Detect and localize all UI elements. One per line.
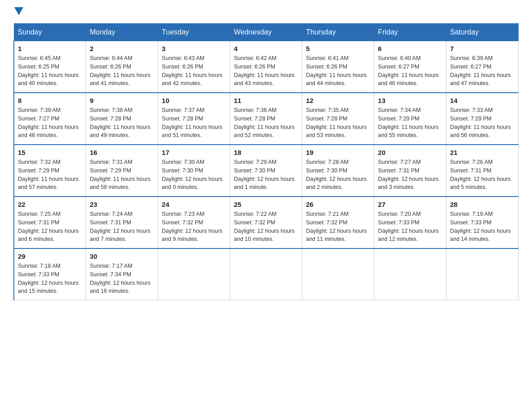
calendar-cell: [374, 248, 446, 300]
day-number: 18: [234, 149, 298, 156]
day-info: Sunrise: 7:26 AMSunset: 7:31 PMDaylight:…: [450, 158, 515, 192]
day-info: Sunrise: 7:20 AMSunset: 7:33 PMDaylight:…: [378, 210, 442, 244]
column-header-sunday: Sunday: [14, 24, 86, 41]
calendar-cell: 2Sunrise: 6:44 AMSunset: 6:26 PMDaylight…: [86, 41, 158, 93]
calendar-cell: [446, 248, 519, 300]
day-info: Sunrise: 6:39 AMSunset: 6:27 PMDaylight:…: [450, 54, 515, 88]
day-info: Sunrise: 7:29 AMSunset: 7:30 PMDaylight:…: [234, 158, 298, 192]
column-header-saturday: Saturday: [446, 24, 519, 41]
day-info: Sunrise: 7:21 AMSunset: 7:32 PMDaylight:…: [306, 210, 370, 244]
day-number: 19: [306, 149, 370, 156]
calendar-cell: [230, 248, 302, 300]
calendar-cell: 7Sunrise: 6:39 AMSunset: 6:27 PMDaylight…: [446, 41, 519, 93]
day-number: 3: [162, 45, 226, 52]
calendar-cell: 8Sunrise: 7:39 AMSunset: 7:27 PMDaylight…: [14, 93, 86, 145]
calendar-cell: [302, 248, 374, 300]
day-info: Sunrise: 6:43 AMSunset: 6:26 PMDaylight:…: [162, 54, 226, 88]
day-number: 29: [18, 253, 82, 260]
day-number: 17: [162, 149, 226, 156]
day-info: Sunrise: 6:45 AMSunset: 6:25 PMDaylight:…: [18, 54, 82, 88]
day-number: 22: [18, 201, 82, 208]
calendar-cell: 14Sunrise: 7:33 AMSunset: 7:29 PMDayligh…: [446, 93, 519, 145]
day-number: 11: [234, 97, 298, 104]
day-info: Sunrise: 6:40 AMSunset: 6:27 PMDaylight:…: [378, 54, 442, 88]
day-info: Sunrise: 6:41 AMSunset: 6:26 PMDaylight:…: [306, 54, 370, 88]
calendar-cell: 25Sunrise: 7:22 AMSunset: 7:32 PMDayligh…: [230, 197, 302, 248]
day-number: 12: [306, 97, 370, 104]
calendar-cell: 29Sunrise: 7:18 AMSunset: 7:33 PMDayligh…: [14, 248, 86, 300]
calendar-header-row: SundayMondayTuesdayWednesdayThursdayFrid…: [14, 24, 519, 41]
day-info: Sunrise: 7:23 AMSunset: 7:32 PMDaylight:…: [162, 210, 226, 244]
calendar-cell: 15Sunrise: 7:32 AMSunset: 7:29 PMDayligh…: [14, 145, 86, 197]
day-info: Sunrise: 7:25 AMSunset: 7:31 PMDaylight:…: [18, 210, 82, 244]
day-number: 4: [234, 45, 298, 52]
day-number: 24: [162, 201, 226, 208]
calendar-week-5: 29Sunrise: 7:18 AMSunset: 7:33 PMDayligh…: [14, 248, 519, 300]
day-info: Sunrise: 7:37 AMSunset: 7:28 PMDaylight:…: [162, 106, 226, 140]
column-header-tuesday: Tuesday: [158, 24, 230, 41]
day-info: Sunrise: 7:33 AMSunset: 7:29 PMDaylight:…: [450, 106, 515, 140]
day-info: Sunrise: 7:32 AMSunset: 7:29 PMDaylight:…: [18, 158, 82, 192]
calendar-week-2: 8Sunrise: 7:39 AMSunset: 7:27 PMDaylight…: [14, 93, 519, 145]
day-info: Sunrise: 6:44 AMSunset: 6:26 PMDaylight:…: [90, 54, 154, 88]
calendar-cell: 26Sunrise: 7:21 AMSunset: 7:32 PMDayligh…: [302, 197, 374, 248]
day-info: Sunrise: 7:17 AMSunset: 7:34 PMDaylight:…: [90, 262, 154, 295]
day-number: 25: [234, 201, 298, 208]
day-number: 9: [90, 97, 154, 104]
day-number: 30: [90, 253, 154, 260]
calendar-cell: 30Sunrise: 7:17 AMSunset: 7:34 PMDayligh…: [86, 248, 158, 300]
day-info: Sunrise: 7:34 AMSunset: 7:29 PMDaylight:…: [378, 106, 442, 140]
day-info: Sunrise: 7:36 AMSunset: 7:28 PMDaylight:…: [234, 106, 298, 140]
day-number: 23: [90, 201, 154, 208]
calendar-cell: 16Sunrise: 7:31 AMSunset: 7:29 PMDayligh…: [86, 145, 158, 197]
calendar-cell: 24Sunrise: 7:23 AMSunset: 7:32 PMDayligh…: [158, 197, 230, 248]
calendar-cell: 12Sunrise: 7:35 AMSunset: 7:28 PMDayligh…: [302, 93, 374, 145]
day-info: Sunrise: 7:39 AMSunset: 7:27 PMDaylight:…: [18, 106, 82, 140]
column-header-thursday: Thursday: [302, 24, 374, 41]
calendar-cell: [158, 248, 230, 300]
day-info: Sunrise: 7:30 AMSunset: 7:30 PMDaylight:…: [162, 158, 226, 192]
calendar-cell: 4Sunrise: 6:42 AMSunset: 6:26 PMDaylight…: [230, 41, 302, 93]
day-number: 21: [450, 149, 515, 156]
day-number: 15: [18, 149, 82, 156]
calendar-cell: 5Sunrise: 6:41 AMSunset: 6:26 PMDaylight…: [302, 41, 374, 93]
calendar-cell: 28Sunrise: 7:19 AMSunset: 7:33 PMDayligh…: [446, 197, 519, 248]
column-header-friday: Friday: [374, 24, 446, 41]
calendar-cell: 19Sunrise: 7:28 AMSunset: 7:30 PMDayligh…: [302, 145, 374, 197]
day-number: 8: [18, 97, 82, 104]
day-number: 14: [450, 97, 515, 104]
calendar-cell: 3Sunrise: 6:43 AMSunset: 6:26 PMDaylight…: [158, 41, 230, 93]
day-info: Sunrise: 7:28 AMSunset: 7:30 PMDaylight:…: [306, 158, 370, 192]
day-number: 2: [90, 45, 154, 52]
day-info: Sunrise: 7:38 AMSunset: 7:28 PMDaylight:…: [90, 106, 154, 140]
calendar-cell: 23Sunrise: 7:24 AMSunset: 7:31 PMDayligh…: [86, 197, 158, 248]
logo-triangle-icon: [14, 7, 23, 15]
calendar-table: SundayMondayTuesdayWednesdayThursdayFrid…: [13, 23, 519, 300]
calendar-cell: 18Sunrise: 7:29 AMSunset: 7:30 PMDayligh…: [230, 145, 302, 197]
calendar-cell: 9Sunrise: 7:38 AMSunset: 7:28 PMDaylight…: [86, 93, 158, 145]
header: [13, 9, 519, 14]
day-info: Sunrise: 7:18 AMSunset: 7:33 PMDaylight:…: [18, 262, 82, 295]
calendar-cell: 1Sunrise: 6:45 AMSunset: 6:25 PMDaylight…: [14, 41, 86, 93]
day-number: 28: [450, 201, 515, 208]
calendar-week-4: 22Sunrise: 7:25 AMSunset: 7:31 PMDayligh…: [14, 197, 519, 248]
day-info: Sunrise: 6:42 AMSunset: 6:26 PMDaylight:…: [234, 54, 298, 88]
day-info: Sunrise: 7:27 AMSunset: 7:31 PMDaylight:…: [378, 158, 442, 192]
day-number: 5: [306, 45, 370, 52]
day-number: 6: [378, 45, 442, 52]
logo: [13, 9, 24, 14]
day-info: Sunrise: 7:24 AMSunset: 7:31 PMDaylight:…: [90, 210, 154, 244]
calendar-cell: 21Sunrise: 7:26 AMSunset: 7:31 PMDayligh…: [446, 145, 519, 197]
day-number: 7: [450, 45, 515, 52]
calendar-cell: 11Sunrise: 7:36 AMSunset: 7:28 PMDayligh…: [230, 93, 302, 145]
calendar-cell: 22Sunrise: 7:25 AMSunset: 7:31 PMDayligh…: [14, 197, 86, 248]
day-number: 26: [306, 201, 370, 208]
day-number: 1: [18, 45, 82, 52]
calendar-cell: 10Sunrise: 7:37 AMSunset: 7:28 PMDayligh…: [158, 93, 230, 145]
calendar-week-1: 1Sunrise: 6:45 AMSunset: 6:25 PMDaylight…: [14, 41, 519, 93]
calendar-cell: 20Sunrise: 7:27 AMSunset: 7:31 PMDayligh…: [374, 145, 446, 197]
day-number: 13: [378, 97, 442, 104]
day-info: Sunrise: 7:35 AMSunset: 7:28 PMDaylight:…: [306, 106, 370, 140]
day-number: 10: [162, 97, 226, 104]
day-number: 16: [90, 149, 154, 156]
